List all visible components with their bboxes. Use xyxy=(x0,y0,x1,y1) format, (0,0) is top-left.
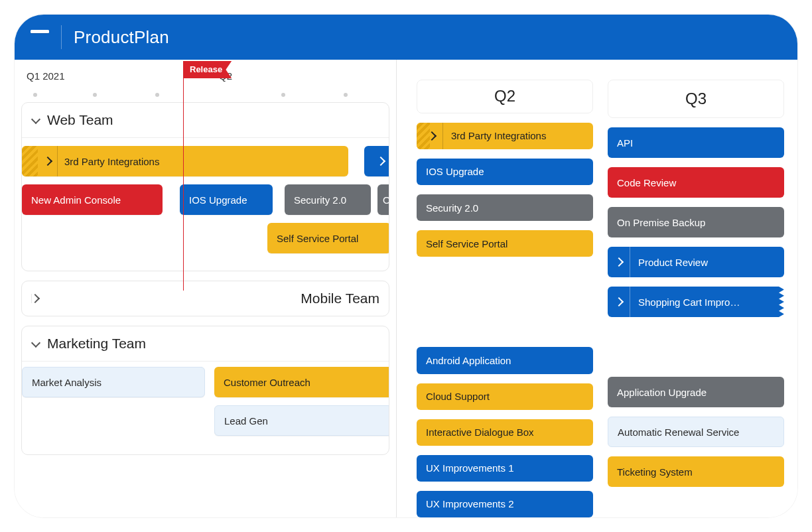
card[interactable]: Automatic Renewal Service xyxy=(608,417,784,447)
content: Q1 2021 Q2 Release Web Team xyxy=(15,60,797,517)
lane-title: Marketing Team xyxy=(47,336,146,352)
card-label: Application Upgrade xyxy=(617,387,707,398)
bar-3rd-party-integrations[interactable]: 3rd Party Integrations xyxy=(22,146,348,176)
card[interactable]: Code Review xyxy=(608,167,784,198)
card-label: Product Review xyxy=(638,257,708,268)
lane-title: Mobile Team xyxy=(301,291,379,306)
chevron-right-icon xyxy=(376,157,385,166)
card[interactable]: 3rd Party Integrations xyxy=(417,123,593,149)
card-label: Cloud Support xyxy=(426,391,490,402)
card[interactable]: API xyxy=(608,127,784,158)
lane-header-mobile[interactable]: Mobile Team xyxy=(22,281,389,316)
board-column: Q3APICode ReviewOn Premise BackupProduct… xyxy=(608,80,784,517)
card[interactable]: Interactive Dialogue Box xyxy=(417,419,593,446)
card-label: On Premise Backup xyxy=(617,217,705,228)
brand-divider xyxy=(61,25,62,49)
card[interactable]: Ticketing System xyxy=(608,456,784,487)
card[interactable]: Self Service Portal xyxy=(417,230,593,257)
card-label: Android Application xyxy=(426,355,511,366)
app-window: ProductPlan Q1 2021 Q2 Release Web Team xyxy=(15,15,797,517)
card[interactable]: IOS Upgrade xyxy=(417,159,593,185)
bar-label: Lead Gen xyxy=(224,415,268,427)
brand-icon xyxy=(31,30,49,44)
bar-lead-gen[interactable]: Lead Gen xyxy=(214,405,389,436)
chevron-right-icon xyxy=(427,131,436,141)
release-marker[interactable]: Release xyxy=(183,61,232,78)
column-header: Q3 xyxy=(608,80,784,118)
bar-customer-outreach[interactable]: Customer Outreach xyxy=(214,367,389,397)
chevron-right-icon xyxy=(614,297,623,306)
lane-header-web[interactable]: Web Team xyxy=(22,103,389,138)
board-panel: Q23rd Party IntegrationsIOS UpgradeSecur… xyxy=(396,60,797,517)
bar-label: Self Service Portal xyxy=(277,233,358,244)
card-label: UX Improvements 1 xyxy=(426,462,514,474)
bar-label: On xyxy=(383,194,389,206)
release-line xyxy=(183,78,184,291)
card-label: Shopping Cart Impro… xyxy=(638,297,740,308)
timeline-header: Q1 2021 Q2 Release xyxy=(15,60,396,98)
chevron-down-icon xyxy=(31,115,40,125)
app-name: ProductPlan xyxy=(74,27,169,48)
card-label: IOS Upgrade xyxy=(426,166,484,177)
chevron-down-icon xyxy=(31,339,40,348)
expand-icon[interactable] xyxy=(38,146,58,176)
expand-icon[interactable] xyxy=(608,247,630,277)
card[interactable]: Product Review xyxy=(608,247,784,277)
card[interactable]: Cloud Support xyxy=(417,383,593,410)
card[interactable]: Application Upgrade xyxy=(608,377,784,407)
lane-mobile-team: Mobile Team xyxy=(21,281,389,316)
card-label: API xyxy=(617,137,633,149)
lane-web-team: Web Team 3rd Party Integrations New Admi… xyxy=(21,102,389,271)
card-label: 3rd Party Integrations xyxy=(451,130,546,141)
card[interactable]: On Premise Backup xyxy=(608,207,784,237)
brand: ProductPlan xyxy=(15,25,169,49)
bar-label: Security 2.0 xyxy=(294,194,346,206)
lane-marketing-team: Marketing Team Market Analysis Customer … xyxy=(21,326,389,455)
bar-label: New Admin Console xyxy=(31,194,121,206)
card-label: Code Review xyxy=(617,177,676,188)
card[interactable]: UX Improvements 2 xyxy=(417,491,593,517)
chevron-right-icon xyxy=(614,257,623,267)
bar-self-service-portal[interactable]: Self Service Portal xyxy=(267,223,389,253)
card-label: Interactive Dialogue Box xyxy=(426,427,534,438)
card-label: Ticketing System xyxy=(617,466,693,478)
release-tag: Release xyxy=(183,61,232,78)
lane-header-marketing[interactable]: Marketing Team xyxy=(22,326,389,362)
card-label: Automatic Renewal Service xyxy=(618,427,739,438)
card-label: Self Service Portal xyxy=(426,238,508,249)
lane-rows-marketing: Market Analysis Customer Outreach Lead G… xyxy=(22,362,389,454)
card[interactable]: Security 2.0 xyxy=(417,194,593,221)
bar-new-admin-console[interactable]: New Admin Console xyxy=(22,184,163,215)
column-header: Q2 xyxy=(417,80,593,113)
bar-ios-upgrade[interactable]: IOS Upgrade xyxy=(180,184,273,215)
bar-label: Market Analysis xyxy=(32,377,102,388)
card[interactable]: Android Application xyxy=(417,347,593,373)
app-header: ProductPlan xyxy=(15,15,797,60)
card[interactable]: Shopping Cart Impro… xyxy=(608,287,784,317)
expand-icon[interactable] xyxy=(421,123,443,149)
bar-security-2[interactable]: Security 2.0 xyxy=(285,184,371,215)
bar-next-blue[interactable] xyxy=(364,146,389,176)
timeline-q1-label: Q1 2021 xyxy=(27,70,65,82)
card-label: UX Improvements 2 xyxy=(426,498,514,509)
lane-title: Web Team xyxy=(47,112,113,128)
timeline-panel: Q1 2021 Q2 Release Web Team xyxy=(15,60,396,517)
card-label: Security 2.0 xyxy=(426,202,478,214)
expand-icon[interactable] xyxy=(608,287,630,317)
board: Q23rd Party IntegrationsIOS UpgradeSecur… xyxy=(397,60,797,517)
bar-label: 3rd Party Integrations xyxy=(64,156,159,167)
bar-on-premise-truncated[interactable]: On xyxy=(377,184,389,215)
board-column: Q23rd Party IntegrationsIOS UpgradeSecur… xyxy=(417,80,593,517)
bar-label: IOS Upgrade xyxy=(189,194,247,206)
lane-rows-web: 3rd Party Integrations New Admin Console… xyxy=(22,138,389,271)
milestone-stripe-icon xyxy=(22,146,38,176)
card[interactable]: UX Improvements 1 xyxy=(417,455,593,482)
chevron-right-icon xyxy=(31,294,294,303)
bar-label: Customer Outreach xyxy=(224,377,310,388)
bar-market-analysis[interactable]: Market Analysis xyxy=(22,367,205,397)
